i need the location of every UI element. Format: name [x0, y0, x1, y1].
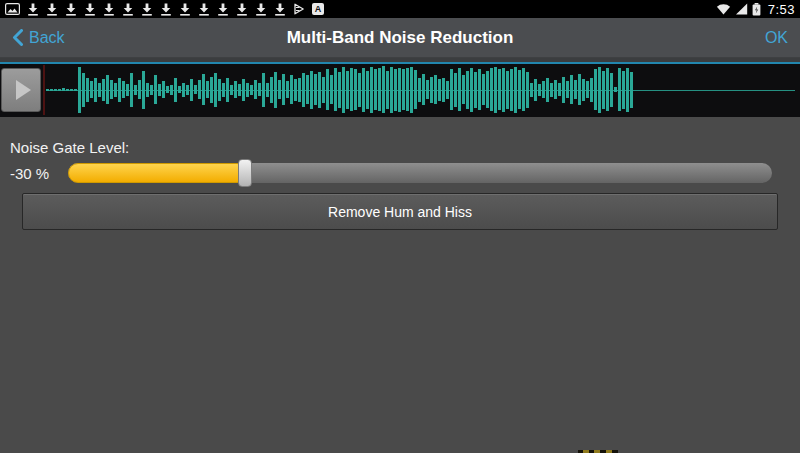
- noise-gate-value: -30 %: [10, 165, 49, 182]
- remove-hum-hiss-button[interactable]: Remove Hum and Hiss: [22, 193, 778, 230]
- app-header: Back Multi-Band Noise Reduction OK: [0, 18, 800, 58]
- slider-fill: [68, 163, 247, 183]
- waveform-top-border: [0, 62, 800, 64]
- screenshot-icon: [5, 2, 20, 16]
- play-arrow-icon: [293, 2, 305, 16]
- download-icon: [217, 2, 229, 16]
- waveform-display[interactable]: [46, 66, 797, 113]
- battery-charging-icon: [752, 2, 761, 16]
- download-icon: [27, 2, 39, 16]
- waveform-panel: [0, 58, 800, 117]
- back-label: Back: [29, 29, 65, 47]
- playhead-cursor: [43, 65, 45, 115]
- download-icon: [160, 2, 172, 16]
- status-bar-system-icons: 7:53: [716, 2, 795, 17]
- status-bar: A 7:53: [0, 0, 800, 18]
- download-icon: [65, 2, 77, 16]
- download-icon: [122, 2, 134, 16]
- download-icon: [198, 2, 210, 16]
- page-title: Multi-Band Noise Reduction: [0, 28, 800, 48]
- download-icon: [179, 2, 191, 16]
- ok-button[interactable]: OK: [765, 29, 788, 47]
- clock: 7:53: [768, 2, 795, 17]
- download-icon: [255, 2, 267, 16]
- letter-a-icon: A: [312, 2, 324, 16]
- play-button[interactable]: [1, 68, 41, 112]
- download-icon: [236, 2, 248, 16]
- chevron-left-icon: [12, 31, 23, 45]
- waveform-bars: [46, 66, 797, 113]
- download-icon: [46, 2, 58, 16]
- wifi-icon: [716, 2, 731, 16]
- noise-gate-label: Noise Gate Level:: [10, 139, 129, 156]
- cell-signal-icon: [735, 2, 748, 16]
- download-icon: [103, 2, 115, 16]
- status-bar-notification-icons: A: [5, 2, 716, 16]
- noise-gate-slider[interactable]: [68, 163, 772, 183]
- download-icon: [84, 2, 96, 16]
- play-icon: [16, 80, 31, 100]
- download-icon: [141, 2, 153, 16]
- slider-thumb[interactable]: [238, 159, 252, 187]
- system-icon-group: [716, 2, 761, 16]
- back-button[interactable]: Back: [12, 29, 65, 47]
- download-icon: [274, 2, 286, 16]
- svg-text:A: A: [315, 4, 322, 14]
